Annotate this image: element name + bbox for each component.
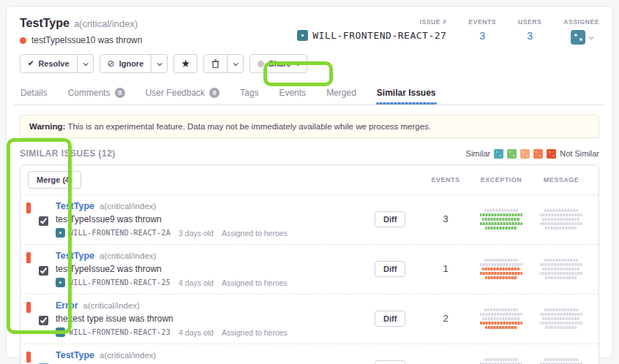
legend-not-similar-label: Not Similar [560, 149, 599, 158]
message-similarity-bars [531, 250, 591, 287]
exception-similarity-bars [471, 250, 531, 287]
resolve-button-group: ✔ Resolve [20, 54, 94, 73]
assignee-avatar [571, 30, 585, 45]
page-title: TestTypea(critical/index) [20, 17, 142, 30]
issue-message: the test type issue was thrown [56, 314, 375, 324]
comments-count-badge: 0 [115, 88, 125, 98]
merge-checkbox[interactable] [39, 216, 48, 226]
diff-cell: Diff [375, 349, 420, 364]
ignore-button-group: ⊘ Ignore [100, 54, 168, 73]
tab-merged[interactable]: Merged [326, 83, 357, 105]
diff-cell: Diff [375, 300, 420, 337]
issue-annotation: a(critical/index) [100, 202, 156, 211]
legend-swatch-most-similar [494, 149, 503, 159]
issue-assigned: Assigned to heroes [222, 229, 288, 238]
issue-title-link[interactable]: TestType [56, 201, 94, 211]
tab-label: Similar Issues [377, 88, 436, 98]
row-content: Errora(critical/index) the test type iss… [56, 300, 375, 337]
issue-meta: WILL-FRONTEND-REACT-25 4 days old Assign… [56, 278, 375, 287]
legend-swatch [520, 149, 530, 159]
issue-age: 4 days old [179, 278, 214, 287]
chevron-down-icon [588, 34, 593, 39]
row-checkbox-cell [31, 200, 56, 238]
users-count-link[interactable]: 3 [527, 30, 533, 42]
project-icon [297, 30, 308, 41]
feedback-count-badge: 0 [209, 88, 220, 98]
events-label: EVENTS [468, 18, 496, 26]
stat-assignee: ASSIGNEE [563, 18, 599, 45]
error-level-dot [20, 37, 26, 44]
merge-button[interactable]: Merge (4) [28, 171, 81, 189]
bookmark-button[interactable]: ★ [173, 54, 198, 73]
experimental-warning-banner: Warning: This is an experimental feature… [20, 115, 599, 138]
share-status-icon [258, 61, 264, 67]
issue-title-link[interactable]: TestType [56, 251, 94, 261]
similar-issues-header: SIMILAR ISSUES (12) Similar Not Similar [20, 148, 599, 159]
column-header-spacer [375, 176, 420, 183]
delete-button[interactable] [203, 54, 228, 73]
issue-id-wrap: WILL-FRONTEND-REACT-27 [297, 30, 446, 41]
warning-prefix: Warning: [29, 122, 65, 131]
column-header-exception: EXCEPTION [471, 176, 531, 183]
issue-title: TestType [20, 17, 70, 29]
issue-message: testTypeIssue2 was thrown [56, 264, 375, 274]
check-icon: ✔ [28, 60, 34, 67]
events-count: 1 [420, 250, 471, 287]
issue-detail-card: TestTypea(critical/index) testTypeIssue1… [6, 6, 613, 358]
issue-number-label: ISSUE # [420, 18, 447, 26]
issue-annotation: a(critical/index) [83, 301, 140, 310]
diff-cell: Diff [375, 250, 420, 287]
tab-comments[interactable]: Comments0 [67, 83, 126, 105]
share-button[interactable]: Share [250, 54, 307, 73]
tab-label: Tags [240, 88, 258, 98]
short-id-wrap: WILL-FRONTEND-REACT-2A [56, 228, 170, 238]
events-count: 1 [420, 349, 471, 364]
row-content: TestTypea(critical/index) testTypeIssue9… [56, 200, 375, 238]
row-checkbox-cell [31, 349, 56, 364]
issue-title-link[interactable]: TestType [56, 350, 94, 360]
issue-stats: ISSUE # WILL-FRONTEND-REACT-27 EVENTS 3 … [297, 17, 599, 45]
diff-button[interactable]: Diff [375, 360, 405, 364]
checkbox-wrap [39, 265, 48, 278]
trash-icon [211, 59, 220, 68]
merge-checkbox[interactable] [39, 316, 48, 325]
table-row: TestTypea(critical/index) testTypeIssue6… [20, 344, 599, 364]
column-header-message: MESSAGE [531, 176, 591, 183]
tab-similar-issues[interactable]: Similar Issues [376, 83, 437, 105]
star-icon: ★ [181, 59, 190, 68]
tab-user-feedback[interactable]: User Feedback0 [145, 83, 220, 105]
events-count-link[interactable]: 3 [479, 30, 485, 42]
similar-issues-heading: SIMILAR ISSUES (12) [20, 148, 116, 159]
merge-checkbox[interactable] [39, 266, 48, 276]
tab-details[interactable]: Details [20, 83, 48, 105]
legend-swatch [533, 149, 543, 159]
diff-button[interactable]: Diff [375, 261, 405, 277]
chevron-down-icon [233, 61, 239, 66]
issue-subtitle: testTypeIssue10 was thrown [31, 35, 142, 45]
resolve-dropdown-button[interactable] [77, 54, 94, 73]
stat-users: USERS 3 [518, 18, 541, 45]
row-checkbox-cell [31, 250, 56, 287]
exception-similarity-bars [471, 349, 531, 364]
panel-toolbar: Merge (4) EVENTS EXCEPTION MESSAGE [20, 165, 599, 195]
legend-swatch-not-similar [547, 149, 556, 159]
chevron-down-icon [295, 61, 300, 66]
issue-title-link[interactable]: Error [56, 300, 78, 311]
tab-events[interactable]: Events [278, 83, 307, 105]
exception-similarity-bars [471, 200, 531, 238]
ignore-button[interactable]: ⊘ Ignore [100, 54, 152, 73]
stat-events: EVENTS 3 [468, 18, 496, 45]
ignore-button-label: Ignore [119, 60, 144, 68]
events-count: 2 [420, 300, 471, 337]
diff-button[interactable]: Diff [375, 311, 405, 327]
ignore-dropdown-button[interactable] [151, 54, 168, 73]
delete-button-group [203, 54, 244, 73]
diff-button[interactable]: Diff [375, 211, 405, 227]
tab-tags[interactable]: Tags [239, 83, 259, 105]
delete-dropdown-button[interactable] [227, 54, 244, 73]
assignee-selector[interactable] [571, 30, 593, 45]
ban-icon: ⊘ [108, 59, 115, 68]
assignee-label: ASSIGNEE [563, 18, 599, 26]
message-similarity-bars [531, 200, 591, 238]
resolve-button[interactable]: ✔ Resolve [20, 54, 78, 73]
